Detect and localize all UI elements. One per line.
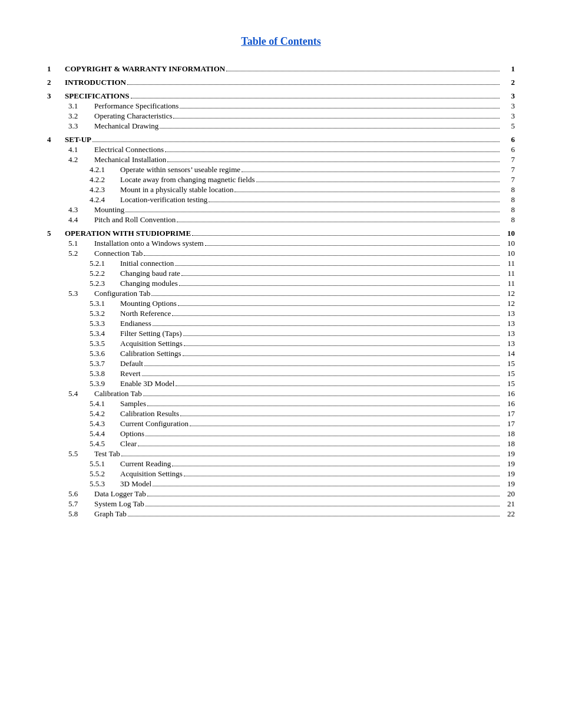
toc-dots <box>179 285 500 286</box>
toc-page: 8 <box>501 215 515 225</box>
toc-dots <box>144 255 500 256</box>
toc-num: 5.2.2 <box>90 269 120 278</box>
toc-num: 4 <box>47 135 65 144</box>
toc-label: Performance Specifications <box>94 101 178 111</box>
toc-entry: 5.4Calibration Tab16 <box>47 389 515 398</box>
toc-label: Changing baud rate <box>120 269 180 278</box>
toc-dots <box>177 222 500 222</box>
toc-dots <box>180 416 500 416</box>
toc-num: 5.3.8 <box>90 369 120 378</box>
toc-label: COPYRIGHT & WARRANTY INFORMATION <box>65 64 225 74</box>
toc-label: Locate away from changing magnetic field… <box>120 175 255 185</box>
toc-dots <box>172 466 500 466</box>
toc-label: Changing modules <box>120 279 178 288</box>
toc-num: 3.2 <box>68 111 94 121</box>
toc-label: Acquisition Settings <box>120 339 183 348</box>
toc-page: 5 <box>501 121 515 131</box>
toc-entry: 5.4.4Options18 <box>47 429 515 439</box>
toc-dots <box>92 141 500 142</box>
toc-num: 5.5.1 <box>90 459 120 469</box>
toc-num: 5.5.2 <box>90 469 120 479</box>
toc-num: 5.1 <box>68 239 94 248</box>
toc-dots <box>190 426 500 426</box>
toc-num: 4.1 <box>68 145 94 154</box>
toc-entry: 5.3.4Filter Setting (Taps)13 <box>47 329 515 338</box>
toc-entry: 5.3.9Enable 3D Model15 <box>47 379 515 388</box>
toc-dots <box>147 496 500 496</box>
toc-page: 15 <box>501 379 515 388</box>
toc-entry: 5.2.1Initial connection11 <box>47 259 515 268</box>
toc-entry: 5.3.2North Reference13 <box>47 309 515 318</box>
toc-num: 5.3.5 <box>90 339 120 348</box>
toc-page: 3 <box>501 111 515 121</box>
toc-dots <box>172 315 500 316</box>
toc-label: System Log Tab <box>94 499 144 509</box>
toc-entry: 5.8Graph Tab22 <box>47 509 515 519</box>
toc-entry: 3.2Operating Characteristics3 <box>47 111 515 121</box>
toc-label: Filter Setting (Taps) <box>120 329 182 338</box>
toc-page: 6 <box>501 145 515 154</box>
toc-dots <box>147 406 500 406</box>
toc-dots <box>173 118 500 118</box>
toc-num: 3.3 <box>68 121 94 131</box>
toc-entry: 3.1Performance Specifications3 <box>47 101 515 111</box>
toc-dots <box>176 386 500 386</box>
toc-num: 4.4 <box>68 215 94 225</box>
toc-entry: 4.2Mechanical Installation7 <box>47 155 515 164</box>
toc-page: 18 <box>501 429 515 439</box>
toc-page: 7 <box>501 175 515 185</box>
toc-page: 8 <box>501 185 515 195</box>
toc-entry: 5.4.2Calibration Results17 <box>47 409 515 419</box>
toc-page: 14 <box>501 349 515 358</box>
toc-page: 1 <box>501 64 515 74</box>
toc-page: 19 <box>501 459 515 469</box>
toc-page: 11 <box>501 279 515 288</box>
toc-dots <box>153 486 500 486</box>
toc-entry: 3SPECIFICATIONS3 <box>47 91 515 101</box>
toc-label: Operate within sensors’ useable regime <box>120 165 240 174</box>
toc-page: 13 <box>501 319 515 328</box>
toc-page: 15 <box>501 369 515 378</box>
toc-num: 5.4.4 <box>90 429 120 439</box>
toc-dots <box>178 305 500 306</box>
toc-page: 20 <box>501 489 515 499</box>
toc-page: 6 <box>501 135 515 144</box>
toc-page: 15 <box>501 359 515 368</box>
toc-num: 4.2.4 <box>90 195 120 205</box>
toc-page: 16 <box>501 389 515 398</box>
toc-num: 4.3 <box>68 205 94 215</box>
toc-entry: 4.3Mounting8 <box>47 205 515 215</box>
toc-label: Installation onto a Windows system <box>94 239 204 248</box>
toc-entry: 5.4.1Samples16 <box>47 399 515 409</box>
toc-page: 11 <box>501 259 515 268</box>
toc-num: 5.4 <box>68 389 94 398</box>
toc-page: 13 <box>501 339 515 348</box>
toc-num: 5.3.2 <box>90 309 120 318</box>
toc-dots <box>125 212 500 212</box>
toc-num: 5.5 <box>68 449 94 459</box>
toc-entry: 5.7System Log Tab21 <box>47 499 515 509</box>
toc-label: Mount in a physically stable location <box>120 185 233 195</box>
toc-dots <box>184 345 500 346</box>
toc-num: 4.2.3 <box>90 185 120 195</box>
toc-label: Mounting Options <box>120 299 177 308</box>
toc-page: 7 <box>501 165 515 174</box>
toc-page: 3 <box>501 91 515 101</box>
toc-num: 5.4.5 <box>90 439 120 449</box>
toc-entry: 5.3.7Default15 <box>47 359 515 368</box>
toc-entry: 2INTRODUCTION2 <box>47 78 515 87</box>
toc-page: 13 <box>501 329 515 338</box>
toc-entry: 5.6Data Logger Tab20 <box>47 489 515 499</box>
toc-page: 18 <box>501 439 515 449</box>
toc-entry: 4.2.2Locate away from changing magnetic … <box>47 175 515 185</box>
toc-page: 13 <box>501 309 515 318</box>
toc-entry: 4.2.3Mount in a physically stable locati… <box>47 185 515 195</box>
toc-entry: 5.2.2Changing baud rate11 <box>47 269 515 278</box>
toc-label: Data Logger Tab <box>94 489 146 499</box>
toc-entry: 4.2.4Location-verification testing8 <box>47 195 515 205</box>
toc-dots <box>209 202 500 202</box>
toc-dots <box>183 335 500 336</box>
toc-entry: 5.3.6Calibration Settings14 <box>47 349 515 358</box>
toc-num: 4.2 <box>68 155 94 164</box>
toc-page: 19 <box>501 479 515 489</box>
